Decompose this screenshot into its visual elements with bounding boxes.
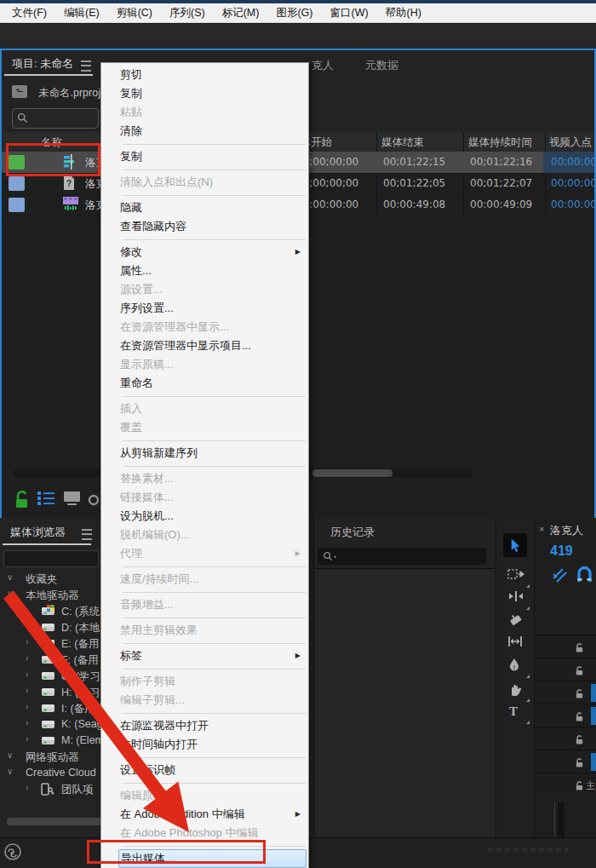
context-menu-item[interactable]: 复制 <box>101 147 308 166</box>
razor-tool[interactable] <box>507 612 526 630</box>
track-header[interactable]: 主 <box>535 773 596 796</box>
context-menu-item[interactable]: 脱机编辑(O)... <box>101 526 308 544</box>
timeline-timecode[interactable]: 419 <box>550 543 573 559</box>
magnet-linked-icon[interactable] <box>576 566 593 583</box>
menubar-item[interactable]: 帮助(H) <box>377 3 430 22</box>
selection-tool[interactable] <box>503 533 527 557</box>
context-menu-item[interactable]: 显示原稿... <box>101 355 308 374</box>
context-menu-item[interactable]: 粘贴 <box>101 103 308 122</box>
context-menu-item[interactable]: 导出媒体... <box>118 849 307 868</box>
track-select-forward-tool[interactable] <box>507 567 526 586</box>
track-header[interactable] <box>535 635 596 658</box>
track-lock-icon[interactable] <box>574 733 585 749</box>
zoom-slider-knob[interactable] <box>88 494 100 506</box>
chevron-right-icon[interactable]: › <box>26 783 28 792</box>
context-menu-item[interactable]: 在 Adobe Photoshop 中编辑 <box>101 824 308 842</box>
track-lock-icon[interactable] <box>574 710 585 726</box>
tab-metadata[interactable]: 元数据 <box>365 58 398 73</box>
media-browser-filter-input[interactable] <box>3 550 99 567</box>
snap-icon[interactable] <box>552 567 568 583</box>
video-in-value[interactable]: 00;00;00;00 <box>551 177 596 189</box>
chevron-right-icon[interactable]: › <box>26 621 28 630</box>
chevron-right-icon[interactable]: › <box>26 734 28 744</box>
context-menu-item[interactable]: 重命名 <box>101 374 308 393</box>
context-menu-item[interactable]: 查看隐藏内容 <box>101 217 308 236</box>
context-menu-item[interactable]: 代理▶ <box>101 544 308 563</box>
chevron-right-icon[interactable]: › <box>26 718 28 727</box>
track-header[interactable] <box>535 727 596 750</box>
track-lock-icon[interactable] <box>574 641 585 657</box>
tab-partial-source[interactable]: 克人 <box>312 58 334 73</box>
timeline-scrollbar-groove[interactable] <box>558 802 564 837</box>
track-lock-icon[interactable] <box>574 756 585 772</box>
context-menu-item[interactable]: 速度/持续时间... <box>101 570 308 589</box>
context-menu-item[interactable]: 属性... <box>101 262 308 280</box>
context-menu-item[interactable]: 序列设置... <box>101 299 308 318</box>
context-menu-item[interactable]: 设为脱机... <box>101 507 308 526</box>
icon-view-icon[interactable] <box>63 491 81 505</box>
column-video-in[interactable]: 视频入点 <box>549 135 592 150</box>
context-menu-item[interactable]: 在资源管理器中显示... <box>101 318 308 336</box>
context-menu-item[interactable]: 链接媒体... <box>101 488 308 507</box>
slip-tool[interactable] <box>507 635 526 653</box>
track-lock-icon[interactable] <box>574 687 585 703</box>
context-menu-item[interactable]: 从剪辑新建序列 <box>101 444 308 463</box>
track-header[interactable] <box>535 750 596 773</box>
panel-menu-icon[interactable] <box>81 60 91 72</box>
label-color-swatch[interactable] <box>9 155 25 170</box>
tab-media-browser[interactable]: 媒体浏览器 <box>10 525 66 540</box>
video-in-value[interactable]: 00:00:00:00 <box>551 198 596 210</box>
type-tool[interactable]: T <box>507 704 526 722</box>
timeline-scrollbar-track[interactable] <box>554 802 555 837</box>
track-header[interactable] <box>535 658 596 681</box>
list-view-icon[interactable] <box>37 491 55 506</box>
column-media-end[interactable]: 媒体结束 <box>381 135 424 150</box>
menubar-item[interactable]: 序列(S) <box>161 3 214 22</box>
chevron-right-icon[interactable]: › <box>26 702 28 711</box>
track-target-toggle[interactable] <box>591 684 596 702</box>
menubar-item[interactable]: 标记(M) <box>214 3 268 22</box>
context-menu-item[interactable]: 在 Adobe Audition 中编辑▶ <box>101 805 308 824</box>
menubar-item[interactable]: 图形(G) <box>267 3 321 22</box>
context-menu-item[interactable]: 在时间轴内打开 <box>101 735 308 754</box>
track-target-toggle[interactable] <box>591 707 596 725</box>
chevron-down-icon[interactable]: ∨ <box>7 589 13 598</box>
track-lock-icon[interactable] <box>574 779 585 795</box>
navigate-up-icon[interactable]: ⬑ <box>12 85 27 98</box>
context-menu-item[interactable]: 设置标识帧 <box>101 761 308 779</box>
context-menu-item[interactable]: 在源监视器中打开 <box>101 716 308 735</box>
panel-menu-icon[interactable] <box>82 529 92 540</box>
label-color-swatch[interactable] <box>9 198 25 212</box>
tab-history[interactable]: 历史记录 <box>330 525 375 540</box>
context-menu-item[interactable]: 替换素材... <box>101 469 308 488</box>
tab-project[interactable]: 项目: 未命名 <box>12 56 73 72</box>
track-header[interactable] <box>535 681 596 704</box>
media-browser-scrollbar[interactable] <box>7 818 109 825</box>
creative-cloud-icon[interactable] <box>3 842 22 861</box>
context-menu-item[interactable]: 剪切 <box>101 66 308 84</box>
context-menu-item[interactable]: 修改▶ <box>101 243 308 262</box>
context-menu-item[interactable]: 编辑子剪辑... <box>101 691 308 710</box>
close-icon[interactable]: × <box>539 524 544 534</box>
chevron-right-icon[interactable]: › <box>26 670 28 679</box>
ripple-edit-tool[interactable] <box>507 589 526 608</box>
hand-tool[interactable] <box>507 681 526 700</box>
context-menu-item[interactable]: 插入 <box>101 400 308 418</box>
project-writable-lock-icon[interactable] <box>14 491 31 509</box>
chevron-right-icon[interactable]: › <box>26 653 28 663</box>
pen-tool[interactable] <box>507 658 526 676</box>
chevron-right-icon[interactable]: › <box>26 686 28 695</box>
project-search-input[interactable] <box>12 108 99 129</box>
track-lock-icon[interactable] <box>574 664 585 680</box>
chevron-down-icon[interactable]: ∨ <box>7 767 13 776</box>
context-menu-item[interactable]: 制作子剪辑 <box>101 672 308 691</box>
track-header[interactable] <box>535 704 596 727</box>
chevron-down-icon[interactable]: ∨ <box>7 572 13 582</box>
context-menu-item[interactable]: 复制 <box>101 84 308 103</box>
menubar-item[interactable]: 文件(F) <box>3 3 55 22</box>
context-menu-item[interactable]: 覆盖 <box>101 418 308 437</box>
context-menu-item[interactable]: 禁用主剪辑效果 <box>101 621 308 640</box>
history-search-input[interactable] <box>318 548 486 565</box>
context-menu-item[interactable]: 隐藏 <box>101 198 308 217</box>
track-target-toggle[interactable] <box>591 753 596 771</box>
